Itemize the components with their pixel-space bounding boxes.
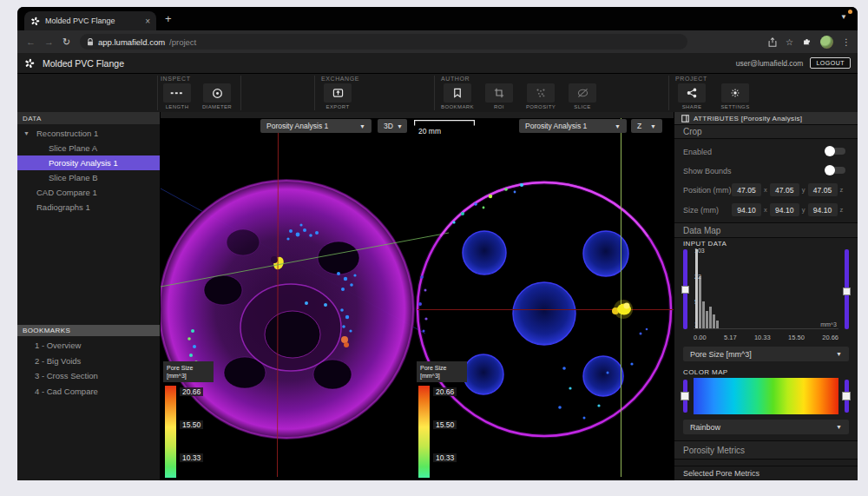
logout-button[interactable]: LOGOUT bbox=[810, 57, 851, 69]
bookmark-star-icon[interactable]: ☆ bbox=[786, 37, 793, 47]
tree-item-radiographs[interactable]: Radiographs 1 bbox=[17, 200, 160, 215]
bookmark-item[interactable]: 2 - Big Voids bbox=[17, 354, 160, 369]
export-button[interactable] bbox=[324, 83, 352, 103]
bookmark-item[interactable]: 4 - Cad Compare bbox=[17, 384, 160, 400]
button-label: SETTINGS bbox=[720, 104, 749, 109]
selected-pore-yellow bbox=[612, 300, 633, 319]
colormap-right-handle[interactable] bbox=[842, 392, 851, 400]
tree-item-porosity-analysis[interactable]: Porosity Analysis 1 bbox=[17, 155, 160, 170]
size-z-input[interactable]: 94.10 bbox=[808, 203, 838, 216]
bookmark-item[interactable]: 3 - Cross Section bbox=[17, 368, 160, 384]
group-label: AUTHOR bbox=[441, 76, 599, 82]
diameter-tool-button[interactable] bbox=[203, 83, 231, 103]
forward-icon[interactable]: → bbox=[44, 36, 54, 47]
user-email: user@lumafield.com bbox=[736, 59, 804, 68]
range-slider-left-handle[interactable] bbox=[681, 286, 689, 294]
tree-item-cad-compare[interactable]: CAD Compare 1 bbox=[17, 185, 160, 200]
group-label: EXCHANGE bbox=[321, 76, 359, 82]
tree-item-slice-plane-a[interactable]: Slice Plane A bbox=[17, 141, 160, 155]
legend-tick: 15.50 bbox=[180, 420, 203, 429]
x-tick: 5.17 bbox=[724, 334, 737, 341]
profile-avatar[interactable] bbox=[820, 36, 833, 49]
right-view-dataset-dropdown[interactable]: Porosity Analysis 1▼ bbox=[519, 119, 627, 133]
left-3d-view[interactable] bbox=[161, 119, 449, 477]
selected-pore-metrics-row[interactable]: Selected Pore Metrics bbox=[674, 466, 858, 480]
unit-label: x bbox=[764, 186, 767, 194]
unit-label: x bbox=[764, 206, 767, 214]
porosity-metrics-section-header[interactable]: Porosity Metrics bbox=[674, 440, 858, 460]
roi-tool-button[interactable] bbox=[485, 83, 513, 103]
browser-tab[interactable]: Molded PVC Flange × bbox=[24, 11, 156, 30]
viewport-top-strip bbox=[161, 112, 674, 118]
right-view-colorbar-legend: Pore Size[mm^3] 20.66 15.50 10.33 bbox=[417, 361, 469, 382]
bookmark-tool-button[interactable] bbox=[444, 83, 471, 103]
input-data-label: INPUT DATA bbox=[683, 240, 727, 248]
position-y-input[interactable]: 47.05 bbox=[770, 183, 799, 196]
ct-render-scene[interactable] bbox=[161, 112, 674, 477]
y-tick: 22 bbox=[694, 274, 701, 280]
browser-menu-icon[interactable]: ⋮ bbox=[842, 37, 851, 47]
tree-item-label: Radiographs 1 bbox=[17, 202, 90, 212]
unit-label: y bbox=[802, 186, 806, 194]
share-page-icon[interactable] bbox=[768, 37, 777, 47]
lock-icon bbox=[87, 38, 94, 46]
size-x-input[interactable]: 94.10 bbox=[732, 203, 761, 216]
colormap-dropdown[interactable]: Rainbow▼ bbox=[683, 420, 849, 434]
chevron-down-icon: ▼ bbox=[836, 424, 842, 430]
colormap-gradient[interactable] bbox=[694, 378, 838, 414]
position-x-input[interactable]: 47.05 bbox=[732, 183, 761, 196]
share-button[interactable] bbox=[678, 83, 706, 103]
reload-icon[interactable]: ↻ bbox=[62, 36, 70, 48]
tree-item-slice-plane-b[interactable]: Slice Plane B bbox=[17, 170, 160, 185]
button-label: SHARE bbox=[682, 104, 702, 109]
histogram-bar bbox=[706, 311, 708, 328]
chevron-down-icon: ▼ bbox=[650, 123, 656, 129]
bookmarks-section-header: BOOKMARKS bbox=[17, 325, 160, 336]
tab-close-icon[interactable]: × bbox=[145, 17, 150, 26]
colormap-slider-right[interactable] bbox=[845, 380, 849, 413]
tree-item-reconstruction[interactable]: ▼Reconstruction 1 bbox=[17, 126, 160, 141]
tab-overflow-chevron-icon[interactable]: ▼ bbox=[840, 13, 847, 21]
left-view-dataset-dropdown[interactable]: Porosity Analysis 1▼ bbox=[260, 119, 372, 133]
crop-section-header[interactable]: Crop bbox=[674, 124, 858, 139]
url-field[interactable]: app.lumafield.com/project bbox=[80, 34, 687, 50]
legend-title: Pore Size[mm^3] bbox=[417, 361, 467, 382]
chevron-down-icon[interactable]: ▼ bbox=[23, 130, 30, 136]
back-icon[interactable]: ← bbox=[26, 36, 36, 47]
panel-collapse-icon[interactable] bbox=[681, 115, 689, 122]
button-label: SLICE bbox=[574, 104, 590, 109]
position-label: Position (mm) bbox=[683, 186, 732, 195]
porosity-tool-button[interactable] bbox=[527, 83, 555, 103]
histogram-bar bbox=[699, 276, 701, 328]
new-tab-button[interactable]: + bbox=[165, 12, 172, 25]
position-z-input[interactable]: 47.05 bbox=[808, 183, 838, 196]
size-y-input[interactable]: 94.10 bbox=[770, 203, 799, 216]
dropdown-value: Z bbox=[637, 122, 647, 130]
left-view-mode-dropdown[interactable]: 3D▼ bbox=[378, 119, 407, 133]
length-tool-button[interactable] bbox=[163, 83, 191, 103]
range-slider-left[interactable] bbox=[683, 249, 687, 329]
right-view-axis-dropdown[interactable]: Z▼ bbox=[631, 119, 662, 133]
settings-button[interactable] bbox=[721, 83, 749, 103]
extensions-puzzle-icon[interactable] bbox=[802, 37, 812, 47]
show-bounds-toggle[interactable] bbox=[825, 166, 845, 175]
bookmark-item[interactable]: 1 - Overview bbox=[17, 338, 160, 354]
histogram-plot: 103 22 5 1 bbox=[694, 249, 838, 329]
crop-enabled-toggle[interactable] bbox=[825, 147, 845, 155]
legend-tick: 10.33 bbox=[180, 453, 203, 462]
colormap-slider-left[interactable] bbox=[683, 380, 687, 413]
range-slider-right[interactable] bbox=[845, 249, 849, 329]
toolbar-divider bbox=[434, 76, 435, 110]
colormap-left-handle[interactable] bbox=[681, 392, 689, 400]
toolbar-divider bbox=[157, 76, 158, 110]
chevron-down-icon: ▼ bbox=[615, 123, 621, 129]
data-map-section-header[interactable]: Data Map bbox=[674, 222, 858, 238]
attributes-header: ATTRIBUTES [Porosity Analysis] bbox=[674, 112, 858, 124]
porosity-icon bbox=[536, 88, 546, 98]
crop-position-inputs: 47.05x 47.05y 47.05z bbox=[732, 183, 843, 196]
3d-viewport[interactable]: Porosity Analysis 1▼ 3D▼ 20 mm Porosity … bbox=[161, 112, 674, 480]
range-slider-right-handle[interactable] bbox=[843, 288, 851, 295]
field-dropdown[interactable]: Pore Size [mm^3]▼ bbox=[683, 347, 849, 361]
dropdown-value: 3D bbox=[384, 122, 393, 130]
slice-tool-button[interactable] bbox=[569, 83, 596, 103]
